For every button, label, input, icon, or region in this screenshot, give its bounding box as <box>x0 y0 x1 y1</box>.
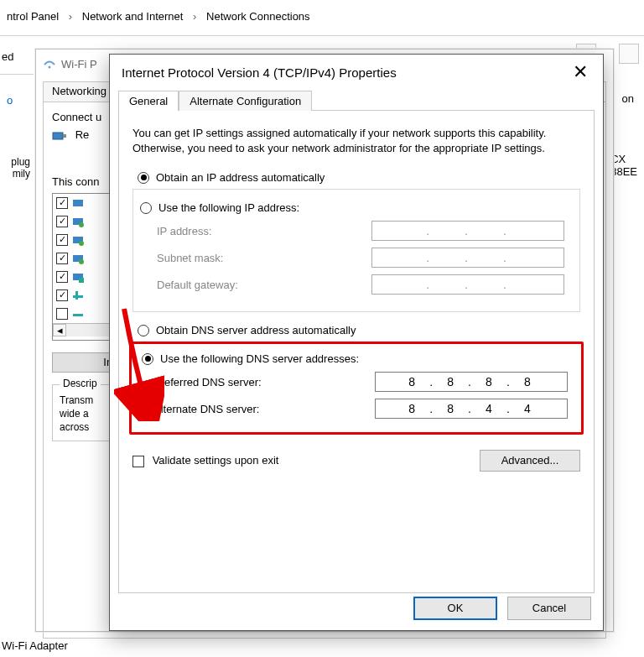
adapter-icon <box>52 130 67 142</box>
checkbox[interactable] <box>56 271 68 283</box>
breadcrumb-sep: › <box>62 10 79 23</box>
ipv4-properties-dialog: Internet Protocol Version 4 (TCP/IPv4) P… <box>109 54 604 631</box>
dialog-title: Internet Protocol Version 4 (TCP/IPv4) P… <box>122 65 397 80</box>
checkbox[interactable] <box>56 308 68 320</box>
svg-rect-11 <box>79 278 84 283</box>
default-gateway-label: Default gateway: <box>157 279 238 291</box>
partial-text: o <box>7 94 13 107</box>
divider <box>0 35 644 36</box>
tab-general[interactable]: General <box>118 91 179 111</box>
radio-icon <box>138 172 149 184</box>
tab-panel-general: You can get IP settings assigned automat… <box>118 111 595 593</box>
breadcrumb-seg[interactable]: Network Connections <box>206 10 310 23</box>
checkbox[interactable] <box>56 234 68 246</box>
radio-icon <box>138 325 149 336</box>
service-icon <box>71 215 85 228</box>
svg-rect-14 <box>73 314 83 316</box>
ok-button[interactable]: OK <box>413 597 497 620</box>
checkbox-label: Validate settings upon exit <box>153 454 279 467</box>
radio-label: Use the following IP address: <box>158 201 299 214</box>
close-icon: ✕ <box>573 61 588 82</box>
ip-address-label: IP address: <box>157 225 212 237</box>
breadcrumb-sep: › <box>186 10 203 23</box>
svg-point-7 <box>79 241 84 246</box>
service-icon <box>71 252 85 265</box>
checkbox[interactable] <box>56 289 68 301</box>
partial-text: CX 38EE <box>610 153 637 178</box>
default-gateway-input: ... <box>371 274 564 295</box>
subnet-mask-label: Subnet mask: <box>157 252 224 264</box>
tab-networking[interactable]: Networking <box>44 82 116 102</box>
radio-label: Use the following DNS server addresses: <box>160 352 359 365</box>
advanced-button[interactable]: Advanced... <box>480 450 580 472</box>
protocol-icon <box>71 289 85 302</box>
breadcrumb-seg[interactable]: Network and Internet <box>82 10 184 23</box>
breadcrumb[interactable]: ntrol Panel › Network and Internet › Net… <box>0 5 317 28</box>
subnet-mask-input: ... <box>371 248 564 268</box>
protocol-icon <box>71 270 85 284</box>
adapter-name: Re <box>75 128 90 141</box>
cancel-button[interactable]: Cancel <box>507 597 591 620</box>
alternate-dns-label: Alternate DNS server: <box>153 403 259 415</box>
wifi-icon <box>43 57 56 70</box>
svg-rect-2 <box>63 134 66 138</box>
svg-rect-3 <box>73 200 83 206</box>
checkbox-icon <box>132 456 144 467</box>
radio-obtain-dns-auto[interactable]: Obtain DNS server address automatically <box>138 324 580 336</box>
alternate-dns-input[interactable]: 8.8.4.4 <box>375 399 568 419</box>
tab-alternate-configuration[interactable]: Alternate Configuration <box>179 91 312 111</box>
close-button[interactable]: ✕ <box>568 63 593 81</box>
scroll-left-icon[interactable]: ◂ <box>53 324 66 336</box>
svg-point-0 <box>49 66 51 69</box>
service-icon <box>71 233 85 247</box>
validate-settings-checkbox[interactable]: Validate settings upon exit <box>132 454 278 467</box>
preferred-dns-input[interactable]: 8.8.8.8 <box>375 372 568 392</box>
preferred-dns-label: Preferred DNS server: <box>153 376 262 388</box>
radio-use-ip[interactable]: Use the following IP address: <box>140 201 569 214</box>
checkbox[interactable] <box>56 197 68 209</box>
dialog-titlebar[interactable]: Internet Protocol Version 4 (TCP/IPv4) P… <box>110 55 603 90</box>
radio-icon <box>140 202 152 214</box>
client-icon <box>71 196 85 210</box>
svg-point-9 <box>79 259 84 264</box>
radio-label: Obtain DNS server address automatically <box>156 324 356 336</box>
tabstrip: General Alternate Configuration <box>118 90 595 111</box>
status-text: Wi-Fi Adapter <box>2 639 68 652</box>
ip-address-group: Use the following IP address: IP address… <box>132 189 580 312</box>
window-title: Wi-Fi P <box>61 58 97 70</box>
radio-obtain-ip-auto[interactable]: Obtain an IP address automatically <box>138 171 580 184</box>
radio-label: Obtain an IP address automatically <box>156 171 325 184</box>
preview-pane-icon[interactable] <box>619 44 639 64</box>
protocol-icon <box>71 307 85 321</box>
breadcrumb-seg[interactable]: ntrol Panel <box>7 10 59 23</box>
svg-rect-13 <box>75 291 78 300</box>
checkbox[interactable] <box>56 253 68 264</box>
svg-point-5 <box>79 222 84 227</box>
svg-rect-1 <box>53 133 63 139</box>
partial-text: plug mily <box>0 156 30 180</box>
radio-use-dns[interactable]: Use the following DNS server addresses: <box>142 352 573 365</box>
intro-text: You can get IP settings assigned automat… <box>132 126 580 156</box>
ip-address-input: ... <box>371 221 564 241</box>
divider <box>0 74 34 75</box>
partial-text: ed <box>2 50 13 63</box>
partial-text: on <box>622 92 634 105</box>
group-legend: Descrip <box>60 378 101 389</box>
checkbox[interactable] <box>56 216 68 227</box>
dns-highlight-annotation: Use the following DNS server addresses: … <box>129 342 584 435</box>
radio-icon <box>142 353 153 365</box>
